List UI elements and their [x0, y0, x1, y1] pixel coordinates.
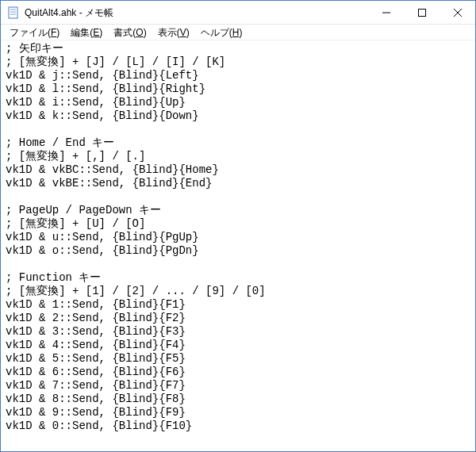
menubar: ファイル(F) 編集(E) 書式(O) 表示(V) ヘルプ(H) — [1, 25, 475, 40]
menu-format[interactable]: 書式(O) — [108, 25, 152, 40]
window-controls — [368, 1, 475, 24]
window-title: QuitAlt4.ahk - メモ帳 — [25, 1, 368, 25]
text-area[interactable]: ; 矢印キー ; [無変換] + [J] / [L] / [I] / [K] v… — [1, 40, 475, 451]
menu-view[interactable]: 表示(V) — [152, 25, 195, 40]
notepad-icon — [7, 6, 20, 19]
menu-edit[interactable]: 編集(E) — [65, 25, 108, 40]
titlebar[interactable]: QuitAlt4.ahk - メモ帳 — [1, 1, 475, 25]
menu-file[interactable]: ファイル(F) — [4, 25, 65, 40]
minimize-button[interactable] — [368, 1, 404, 24]
svg-rect-5 — [418, 9, 425, 16]
menu-help[interactable]: ヘルプ(H) — [195, 25, 248, 40]
maximize-button[interactable] — [404, 1, 440, 24]
close-button[interactable] — [440, 1, 475, 24]
svg-rect-0 — [9, 7, 17, 18]
